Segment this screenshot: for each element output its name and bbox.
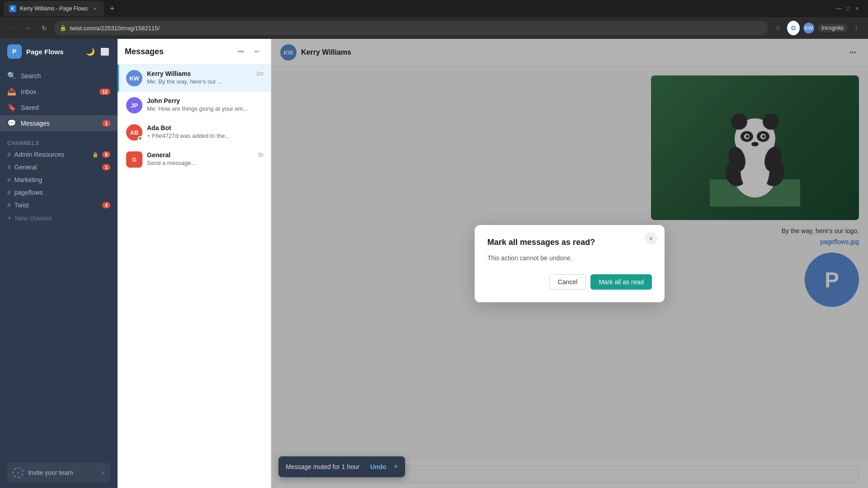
message-content-adabot: Ada Bot + F6e4727d was added to the... [147, 124, 264, 139]
extension-button[interactable]: G [787, 22, 800, 34]
url-text: twist.com/a/225310/msg/1582115/ [70, 25, 763, 32]
dialog-title: Mark all messages as read? [487, 238, 652, 247]
messages-panel: Messages ••• ✏ KW Kerry Williams 1m Me: … [118, 39, 271, 488]
message-item-adabot[interactable]: AB Ada Bot + F6e4727d was added to the..… [118, 119, 271, 146]
invite-team-label: Invite your team [28, 469, 73, 476]
channel-hash-icon: # [7, 164, 11, 171]
message-item-general[interactable]: G General 3h Send a message... [118, 146, 271, 173]
channel-item-marketing[interactable]: # Marketing [0, 174, 118, 186]
dialog-overlay: × Mark all messages as read? This action… [271, 39, 868, 488]
messages-header-actions: ••• ✏ [235, 45, 264, 58]
lock-icon: 🔒 [60, 25, 66, 31]
channel-badge-general: 1 [102, 164, 110, 170]
channel-item-twist[interactable]: # Twist 4 [0, 199, 118, 211]
avatar-general: G [126, 151, 142, 168]
profile-button[interactable]: KW [802, 22, 815, 34]
active-tab[interactable]: K Kerry Williams - Page Flows × [4, 1, 104, 16]
sidebar-item-inbox[interactable]: 📥 Inbox 12 [0, 84, 118, 99]
sidebar: P Page Flows 🌙 ⬜ 🔍 Search 📥 Inbox 12 🔖 S… [0, 39, 118, 488]
main-content: KW Kerry Williams ••• [271, 39, 868, 488]
maximize-button[interactable]: □ [844, 5, 852, 12]
invite-team-button[interactable]: + Invite your team × [7, 463, 110, 483]
message-item-john[interactable]: JP John Perry Me: How are things going a… [118, 92, 271, 119]
new-channel-button[interactable]: + New channel [0, 211, 118, 225]
message-list: KW Kerry Williams 1m Me: By the way, her… [118, 65, 271, 488]
toast-close-button[interactable]: × [394, 463, 398, 471]
sidebar-item-search[interactable]: 🔍 Search [0, 68, 118, 84]
tab-close-button[interactable]: × [91, 5, 99, 12]
messages-icon: 💬 [7, 119, 16, 127]
message-top-adabot: Ada Bot [147, 124, 264, 131]
inbox-badge: 12 [99, 89, 110, 95]
invite-close-button[interactable]: × [101, 469, 105, 476]
channel-item-pageflows[interactable]: # pageflows [0, 186, 118, 199]
message-name-adabot: Ada Bot [147, 124, 171, 131]
lock-icon-admin: 🔒 [92, 152, 99, 158]
message-preview-kerry: Me: By the way, here's our ... [147, 78, 264, 85]
channel-item-admin-resources[interactable]: # Admin Resources 🔒 8 [0, 148, 118, 161]
mark-all-read-button[interactable]: Mark all as read [590, 274, 652, 290]
avatar-john: JP [126, 97, 142, 113]
browser-toolbar: ← → ↻ 🔒 twist.com/a/225310/msg/1582115/ … [0, 17, 868, 39]
message-name-john: John Perry [147, 97, 180, 104]
toast-undo-button[interactable]: Undo [370, 463, 387, 470]
message-top-john: John Perry [147, 97, 264, 104]
toolbar-actions: ☆ G KW Incognito ⋮ [772, 22, 863, 34]
message-content-john: John Perry Me: How are things going at y… [147, 97, 264, 112]
message-name-kerry: Kerry Williams [147, 70, 191, 77]
messages-panel-title: Messages [125, 47, 235, 56]
messages-badge: 1 [102, 120, 110, 127]
address-bar[interactable]: 🔒 twist.com/a/225310/msg/1582115/ [54, 21, 768, 35]
sidebar-header-icons: 🌙 ⬜ [85, 46, 110, 57]
moon-icon[interactable]: 🌙 [85, 46, 96, 57]
close-window-button[interactable]: × [854, 5, 861, 12]
search-icon: 🔍 [7, 71, 16, 80]
channel-hash-icon: # [7, 176, 11, 183]
message-name-general: General [147, 151, 170, 159]
sidebar-header: P Page Flows 🌙 ⬜ [0, 39, 118, 64]
channel-item-general[interactable]: # General 1 [0, 161, 118, 174]
sidebar-item-messages[interactable]: 💬 Messages 1 [0, 115, 118, 131]
layout-icon[interactable]: ⬜ [99, 46, 110, 57]
browser-chrome: K Kerry Williams - Page Flows × + — □ × … [0, 0, 868, 39]
messages-more-button[interactable]: ••• [235, 45, 247, 58]
message-preview-adabot: + F6e4727d was added to the... [147, 132, 264, 139]
incognito-badge: Incognito [818, 24, 847, 32]
search-label: Search [21, 72, 110, 80]
dialog: × Mark all messages as read? This action… [475, 225, 665, 302]
dialog-body: This action cannot be undone. [487, 254, 652, 262]
saved-label: Saved [21, 104, 110, 111]
channel-badge-twist: 4 [102, 202, 110, 208]
minimize-button[interactable]: — [835, 5, 843, 12]
cancel-button[interactable]: Cancel [549, 274, 586, 290]
channel-hash-icon: # [7, 202, 11, 209]
menu-button[interactable]: ⋮ [850, 22, 863, 34]
message-content-general: General 3h Send a message... [147, 151, 264, 166]
dialog-actions: Cancel Mark all as read [487, 274, 652, 290]
bookmark-button[interactable]: ☆ [772, 22, 784, 34]
channel-name-admin-resources: Admin Resources [14, 151, 89, 158]
avatar-icon: KW [803, 23, 814, 33]
inbox-icon: 📥 [7, 87, 16, 96]
new-tab-button[interactable]: + [106, 2, 118, 15]
back-button[interactable]: ← [5, 22, 18, 34]
channel-badge-admin: 8 [102, 151, 110, 158]
inbox-label: Inbox [21, 88, 95, 95]
messages-compose-button[interactable]: ✏ [251, 45, 264, 58]
channel-name-twist: Twist [14, 202, 99, 209]
avatar-kerry: KW [126, 70, 142, 86]
message-item-kerry[interactable]: KW Kerry Williams 1m Me: By the way, her… [118, 65, 271, 92]
invite-icon: + [13, 467, 24, 478]
message-preview-general: Send a message... [147, 160, 264, 166]
app-container: P Page Flows 🌙 ⬜ 🔍 Search 📥 Inbox 12 🔖 S… [0, 39, 868, 488]
sidebar-nav: 🔍 Search 📥 Inbox 12 🔖 Saved 💬 Messages 1 [0, 64, 118, 135]
browser-tabs-bar: K Kerry Williams - Page Flows × + — □ × [0, 0, 868, 17]
reload-button[interactable]: ↻ [38, 22, 51, 34]
new-channel-label: New channel [15, 215, 52, 222]
sidebar-item-saved[interactable]: 🔖 Saved [0, 99, 118, 115]
message-time-kerry: 1m [256, 70, 264, 77]
forward-button[interactable]: → [22, 22, 34, 34]
channel-hash-icon: # [7, 151, 11, 158]
messages-header: Messages ••• ✏ [118, 39, 271, 65]
dialog-close-button[interactable]: × [645, 232, 657, 245]
